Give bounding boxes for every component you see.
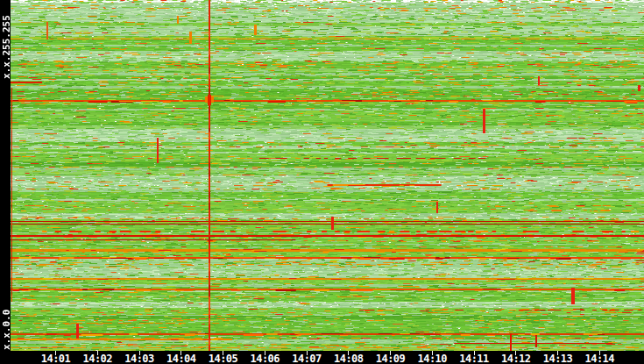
x-tick-label: 14:02 bbox=[80, 353, 115, 364]
x-tick-label: 14:03 bbox=[122, 353, 157, 364]
x-tick-label: 14:06 bbox=[247, 353, 282, 364]
traffic-heatmap-window: x.x.255.255 x.x.0.0 14:0114:0214:0314:04… bbox=[0, 0, 644, 364]
y-axis-min-label: x.x.0.0 bbox=[1, 310, 12, 350]
x-tick-label: 14:14 bbox=[582, 353, 617, 364]
y-axis: x.x.255.255 x.x.0.0 bbox=[0, 0, 11, 364]
x-tick-label: 14:11 bbox=[456, 353, 492, 364]
x-tick-label: 14:01 bbox=[39, 353, 74, 364]
x-tick-label: 14:12 bbox=[499, 353, 534, 364]
x-axis: 14:0114:0214:0314:0414:0514:0614:0714:08… bbox=[0, 351, 644, 364]
x-tick-label: 14:05 bbox=[206, 353, 241, 364]
x-tick-label: 14:10 bbox=[414, 353, 449, 364]
heatmap-plot[interactable] bbox=[11, 0, 644, 351]
x-tick-label: 14:08 bbox=[331, 353, 366, 364]
x-tick-label: 14:09 bbox=[373, 353, 408, 364]
x-tick-label: 14:04 bbox=[164, 353, 199, 364]
x-tick-label: 14:07 bbox=[289, 353, 324, 364]
y-axis-max-label: x.x.255.255 bbox=[1, 15, 12, 79]
x-tick-label: 14:13 bbox=[541, 353, 576, 364]
